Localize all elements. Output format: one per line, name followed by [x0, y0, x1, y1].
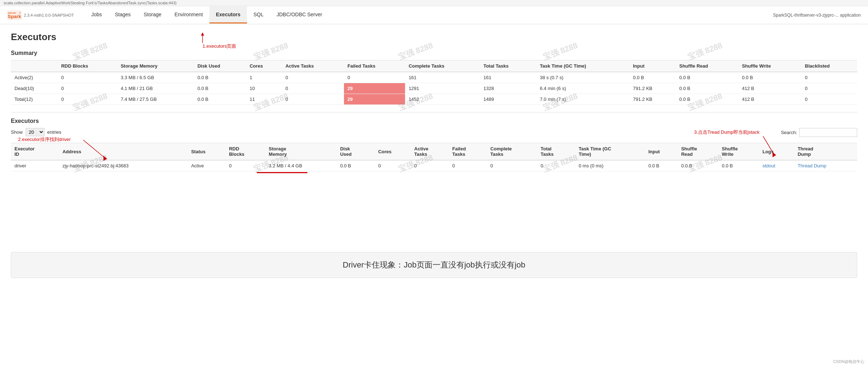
show-label: Show	[11, 129, 23, 135]
nav-storage[interactable]: Storage	[137, 7, 168, 23]
ex-col-rdd: RDDBlocks	[225, 143, 265, 161]
ex-col-total: TotalTasks	[537, 143, 575, 161]
col-shuffle-write: Shuffle Write	[738, 60, 801, 72]
executor-row: driverzjy-hadoop-prc-st2492.bj:43683Acti…	[11, 160, 857, 171]
nav-executors[interactable]: Executors	[209, 7, 247, 23]
nav-sql[interactable]: SQL	[247, 7, 270, 23]
col-storage-memory: Storage Memory	[117, 60, 194, 72]
col-failed-tasks: Failed Tasks	[344, 60, 405, 72]
search-label: Search:	[781, 130, 797, 135]
search-input[interactable]	[799, 128, 857, 137]
ex-col-input: Input	[645, 143, 678, 161]
show-select[interactable]: 20 50 100	[26, 128, 44, 136]
section-divider	[11, 112, 857, 112]
summary-row: Total(12)07.4 MB / 27.5 GB0.0 B110291452…	[11, 94, 857, 105]
thread-dump-link[interactable]: Thread Dump	[797, 163, 826, 168]
top-hint-bar: scala.collection.parallel.AdaptiveWorkSt…	[0, 0, 868, 6]
ex-col-storage: StorageMemory	[265, 143, 336, 161]
search-area: Search:	[781, 128, 857, 137]
col-cores: Cores	[246, 60, 282, 72]
col-active-tasks: Active Tasks	[282, 60, 344, 72]
ex-col-threaddump: ThreadDump	[794, 143, 857, 161]
summary-table: RDD Blocks Storage Memory Disk Used Core…	[11, 60, 857, 105]
summary-title: Summary	[11, 50, 857, 56]
ex-col-cores: Cores	[375, 143, 411, 161]
summary-row: Active(2)03.3 MB / 6.5 GB0.0 B1001611613…	[11, 72, 857, 83]
col-input: Input	[629, 60, 676, 72]
ex-col-complete: CompleteTasks	[487, 143, 537, 161]
col-blacklisted: Blacklisted	[801, 60, 858, 72]
col-label	[11, 60, 58, 72]
ex-col-tasktime: Task Time (GCTime)	[575, 143, 645, 161]
show-entries: Show 20 50 100 entries	[11, 128, 61, 136]
ex-col-shwrite: ShuffleWrite	[718, 143, 759, 161]
ex-col-id: ExecutorID	[11, 143, 59, 161]
nav-jdbc[interactable]: JDBC/ODBC Server	[270, 7, 329, 23]
summary-row: Dead(10)04.1 MB / 21 GB0.0 B100291291132…	[11, 83, 857, 94]
red-underline	[257, 172, 307, 173]
nav-jobs[interactable]: Jobs	[85, 7, 109, 23]
col-disk-used: Disk Used	[194, 60, 246, 72]
nav-stages[interactable]: Stages	[109, 7, 137, 23]
stdout-link[interactable]: stdout	[762, 163, 775, 168]
nav-items: Jobs Stages Storage Environment Executor…	[85, 7, 773, 23]
page-title: Executors	[11, 31, 857, 43]
executors-section-title: Executors	[11, 118, 857, 124]
brand: APACHE Spark 2.3.4-mdh1.0.0-SNAPSHOT	[7, 10, 74, 21]
navbar: APACHE Spark 2.3.4-mdh1.0.0-SNAPSHOT Job…	[0, 6, 868, 24]
ex-col-disk: DiskUsed	[336, 143, 374, 161]
spark-logo: APACHE Spark 2.3.4-mdh1.0.0-SNAPSHOT	[7, 10, 74, 21]
annotation-1: 1.executors页面	[203, 43, 236, 50]
col-task-time: Task Time (GC Time)	[536, 60, 630, 72]
bottom-banner: Driver卡住现象：Job页面一直没有job执行或没有job	[11, 252, 857, 278]
ex-col-logs: Logs	[759, 143, 794, 161]
table-controls: Show 20 50 100 entries Search:	[11, 128, 857, 140]
col-total-tasks: Total Tasks	[480, 60, 536, 72]
entries-label: entries	[47, 129, 61, 135]
ex-col-shread: ShuffleRead	[677, 143, 718, 161]
svg-text:Spark: Spark	[8, 14, 21, 19]
ex-col-failed: FailedTasks	[449, 143, 487, 161]
ex-col-address: Address	[59, 143, 188, 161]
spark-logo-icon: APACHE Spark	[7, 10, 22, 21]
col-shuffle-read: Shuffle Read	[676, 60, 738, 72]
app-name: SparkSQL-thriftserver-v3-zjyprc-... appl…	[773, 13, 861, 18]
col-rdd-blocks: RDD Blocks	[58, 60, 117, 72]
col-complete-tasks: Complete Tasks	[405, 60, 480, 72]
top-hint-text: scala.collection.parallel.AdaptiveWorkSt…	[4, 1, 176, 5]
nav-environment[interactable]: Environment	[168, 7, 209, 23]
main-content: 宝强 8288 宝强 8288 宝强 8288 宝强 8288 宝强 8288 …	[0, 24, 868, 241]
spark-version: 2.3.4-mdh1.0.0-SNAPSHOT	[24, 13, 74, 17]
executors-table: ExecutorID Address Status RDDBlocks Stor…	[11, 143, 857, 171]
ex-col-status: Status	[187, 143, 225, 161]
ex-col-active: ActiveTasks	[410, 143, 448, 161]
